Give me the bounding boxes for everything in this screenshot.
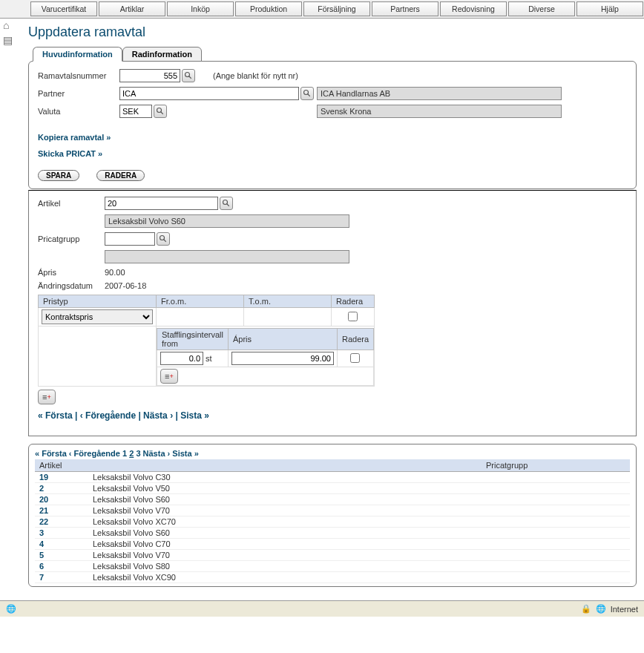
row-id-link[interactable]: 20 [35, 494, 88, 505]
add-inner-row-button[interactable]: ≡+ [160, 369, 178, 384]
pricat-input[interactable] [105, 232, 155, 246]
list-p3[interactable]: 3 [136, 449, 140, 458]
menu-produktion[interactable]: Produktion [235, 1, 302, 16]
artikel-lookup-icon[interactable] [220, 197, 233, 210]
list-next[interactable]: Nästa › [143, 449, 171, 458]
list-panel: « Första ‹ Föregående 1 2 3 Nästa › Sist… [28, 444, 637, 587]
row-pricat [482, 483, 630, 494]
save-button[interactable]: SPARA [38, 170, 79, 181]
list-first[interactable]: « Första [35, 449, 67, 458]
add-row-button[interactable]: ≡+ [38, 390, 56, 404]
article-grid: Artikel Pricatgrupp 19Leksaksbil Volvo C… [35, 459, 630, 583]
row-id-link[interactable]: 2 [35, 483, 88, 494]
home-icon[interactable]: ⌂ [3, 19, 15, 31]
menu-partners[interactable]: Partners [372, 1, 438, 16]
record-pager: « Första | ‹ Föregående | Nästa › | Sist… [38, 410, 627, 421]
row-id-link[interactable]: 7 [35, 572, 88, 583]
list-icon[interactable]: ▤ [3, 34, 15, 46]
svg-point-2 [304, 91, 309, 95]
ramavtal-label: Ramavtalsnummer [38, 71, 119, 80]
row-delete-checkbox[interactable] [348, 312, 358, 321]
page-title: Uppdatera ramavtal [28, 24, 637, 40]
apris-value: 90.00 [105, 268, 125, 277]
pricat-display [105, 250, 349, 263]
row-pricat [482, 494, 630, 505]
tab-huvudinformation[interactable]: Huvudinformation [33, 47, 122, 62]
pager-first[interactable]: « Första [38, 410, 73, 421]
row-id-link[interactable]: 3 [35, 528, 88, 539]
row-pricat [482, 550, 630, 561]
andringsdatum-value: 2007-06-18 [105, 281, 146, 290]
partner-input[interactable] [119, 87, 299, 100]
row-pricat [482, 516, 630, 528]
row-id-link[interactable]: 4 [35, 539, 88, 550]
tab-radinformation[interactable]: Radinformation [122, 47, 202, 62]
list-last[interactable]: Sista » [172, 449, 198, 458]
col-inner-radera: Radera [337, 329, 373, 350]
row-name: Leksaksbil Volvo V70 [88, 505, 482, 516]
col-from: Fr.o.m. [157, 295, 244, 308]
pristyp-table: Pristyp Fr.o.m. T.o.m. Radera Kontraktsp… [38, 295, 375, 387]
pager-last[interactable]: Sista » [180, 410, 209, 421]
valuta-lookup-icon[interactable] [154, 105, 167, 118]
ramavtal-input[interactable] [119, 69, 180, 82]
partner-display: ICA Handlarnas AB [317, 87, 562, 100]
detail-panel: Artikel Leksaksbil Volvo S60 Pricatgrupp… [28, 190, 637, 436]
valuta-label: Valuta [38, 107, 119, 116]
menu-hjalp[interactable]: Hjälp [576, 1, 643, 16]
pager-prev[interactable]: ‹ Föregående [80, 410, 136, 421]
globe-icon: 🌐 [596, 604, 606, 614]
svg-line-1 [189, 76, 191, 79]
valuta-input[interactable] [119, 105, 152, 118]
staff-unit: st [206, 354, 212, 363]
row-id-link[interactable]: 19 [35, 472, 88, 483]
skicka-pricat-link[interactable]: Skicka PRICAT » [38, 149, 102, 158]
row-id-link[interactable]: 6 [35, 561, 88, 572]
list-p1[interactable]: 1 [122, 449, 127, 458]
svg-line-3 [308, 94, 310, 96]
list-prev[interactable]: ‹ Föregående [69, 449, 120, 458]
table-row: 19Leksaksbil Volvo C30 [35, 472, 630, 483]
row-id-link[interactable]: 22 [35, 516, 88, 528]
apris-label: Ápris [38, 268, 105, 277]
row-name: Leksaksbil Volvo XC70 [88, 516, 482, 528]
row-pricat [482, 539, 630, 550]
menu-redovisning[interactable]: Redovisning [440, 1, 507, 16]
inner-delete-checkbox[interactable] [350, 353, 360, 363]
pager-next[interactable]: Nästa › [143, 410, 173, 421]
row-name: Leksaksbil Volvo V70 [88, 550, 482, 561]
row-name: Leksaksbil Volvo S60 [88, 528, 482, 539]
menu-forsaljning[interactable]: Försäljning [303, 1, 370, 16]
menu-diverse[interactable]: Diverse [508, 1, 575, 16]
inner-apris-input[interactable] [231, 352, 334, 365]
ramavtal-lookup-icon[interactable] [182, 69, 195, 82]
list-p2[interactable]: 2 [129, 449, 134, 458]
menu-varucertifikat[interactable]: Varucertifikat [30, 1, 97, 16]
valuta-display: Svensk Krona [317, 105, 562, 118]
row-name: Leksaksbil Volvo C70 [88, 539, 482, 550]
partner-lookup-icon[interactable] [300, 87, 314, 100]
menu-inkop[interactable]: Inköp [167, 1, 234, 16]
zone-label: Internet [611, 605, 638, 614]
col-tom: T.o.m. [244, 295, 332, 308]
table-row: 22Leksaksbil Volvo XC70 [35, 516, 630, 528]
menu-artiklar[interactable]: Artiklar [99, 1, 165, 16]
row-id-link[interactable]: 5 [35, 550, 88, 561]
row-id-link[interactable]: 21 [35, 505, 88, 516]
artikel-input[interactable] [105, 197, 218, 210]
row-pricat [482, 572, 630, 583]
pristyp-select[interactable]: Kontraktspris [42, 309, 153, 324]
side-toolbar: ⌂ ▤ [3, 19, 15, 46]
svg-point-6 [223, 200, 228, 205]
staff-from-input[interactable] [160, 352, 203, 365]
andringsdatum-label: Ändringsdatum [38, 281, 105, 290]
copy-ramavtal-link[interactable]: Kopiera ramavtal » [38, 133, 111, 142]
col-radera: Radera [332, 295, 375, 308]
list-pager: « Första ‹ Föregående 1 2 3 Nästa › Sist… [35, 449, 630, 458]
row-name: Leksaksbil Volvo S60 [88, 494, 482, 505]
status-bar: 🌐 🔒 🌐 Internet [0, 600, 644, 617]
svg-point-0 [185, 73, 190, 77]
delete-button[interactable]: RADERA [96, 170, 145, 181]
pricat-lookup-icon[interactable] [157, 232, 170, 246]
row-name: Leksaksbil Volvo S80 [88, 561, 482, 572]
